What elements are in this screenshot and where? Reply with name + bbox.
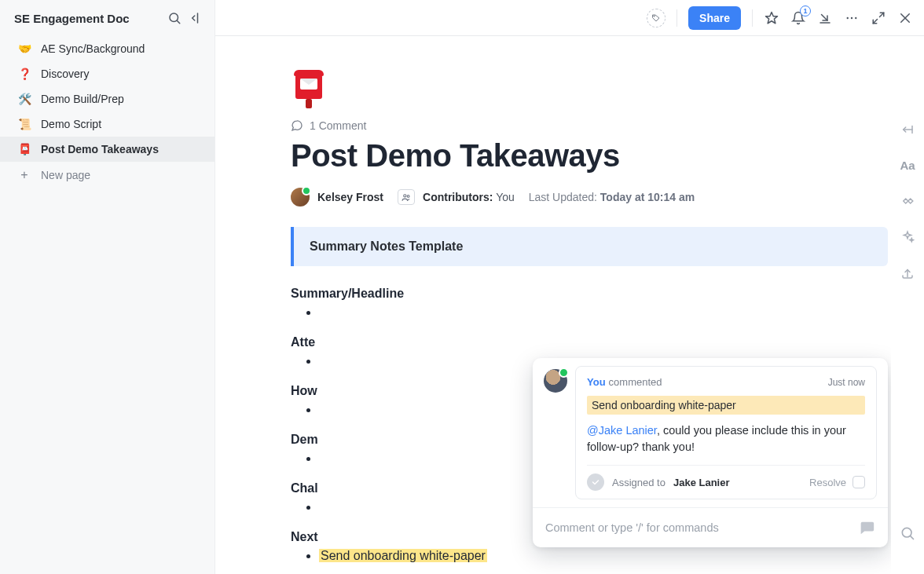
comment-body: @Jake Lanier, could you please include t…	[587, 422, 865, 455]
list-item	[319, 305, 888, 320]
updated-label: Last Updated:	[529, 191, 597, 203]
new-page-label: New page	[41, 169, 90, 181]
comment-count[interactable]: 1 Comment	[291, 119, 888, 132]
send-icon[interactable]	[858, 519, 875, 536]
check-icon	[587, 473, 604, 491]
svg-point-7	[847, 16, 849, 18]
contributors[interactable]: Contributors: You	[398, 189, 515, 205]
postbox-icon: 📮	[17, 143, 31, 155]
page-emoji[interactable]	[291, 68, 328, 112]
divider	[676, 9, 677, 27]
sidebar-item-label: Demo Script	[41, 118, 101, 130]
author-name: Kelsey Frost	[317, 191, 383, 203]
avatar	[291, 188, 310, 207]
last-updated: Last Updated: Today at 10:14 am	[529, 191, 695, 203]
close-icon[interactable]	[897, 10, 913, 26]
sidebar-list: 🤝 AE Sync/Background ❓ Discovery 🛠️ Demo…	[0, 33, 214, 188]
sidebar-new-page[interactable]: + New page	[0, 162, 214, 188]
sidebar-item-label: Post Demo Takeaways	[41, 143, 159, 155]
highlighted-text[interactable]: Send onboarding white-paper	[319, 549, 487, 562]
question-icon: ❓	[17, 68, 31, 80]
comment-header: You commented Just now	[587, 376, 865, 388]
right-rail: Aa	[891, 36, 924, 574]
people-icon	[398, 189, 415, 205]
comment-popover: You commented Just now Send onboarding w…	[533, 358, 888, 547]
resolve-control[interactable]: Resolve	[809, 476, 865, 488]
star-icon[interactable]	[764, 10, 779, 26]
comment-count-label: 1 Comment	[310, 119, 366, 132]
section-heading: Atte	[291, 335, 888, 349]
resolve-checkbox[interactable]	[852, 476, 865, 488]
download-icon[interactable]	[817, 10, 833, 26]
comment-quoted-text: Send onboarding white-paper	[587, 396, 865, 415]
ai-icon[interactable]	[900, 194, 915, 208]
divider	[752, 9, 753, 27]
svg-point-0	[170, 13, 178, 22]
author[interactable]: Kelsey Frost	[291, 188, 383, 207]
share-button[interactable]: Share	[688, 6, 741, 30]
commenter-name: You	[587, 376, 606, 388]
sidebar-item-ae-sync[interactable]: 🤝 AE Sync/Background	[0, 36, 214, 61]
comment-icon	[291, 119, 303, 132]
typography-icon[interactable]: Aa	[900, 159, 915, 172]
bell-icon[interactable]: 1	[790, 10, 806, 26]
svg-point-19	[403, 194, 405, 196]
comment-card: You commented Just now Send onboarding w…	[575, 366, 877, 499]
svg-marker-4	[766, 12, 778, 23]
main: Share 1	[215, 0, 924, 574]
sidebar-item-post-demo[interactable]: 📮 Post Demo Takeaways	[0, 137, 214, 162]
callout-title: Summary Notes Template	[310, 239, 872, 254]
list-item: Send onboarding white-paper	[319, 549, 888, 563]
svg-line-1	[177, 20, 179, 23]
sidebar-item-label: Discovery	[41, 68, 89, 80]
tag-icon[interactable]	[647, 9, 666, 27]
comment-timestamp: Just now	[828, 377, 865, 388]
sidebar-item-demo-build[interactable]: 🛠️ Demo Build/Prep	[0, 86, 214, 112]
handshake-icon: 🤝	[17, 42, 31, 55]
more-icon[interactable]	[844, 10, 860, 26]
comment-footer: Assigned to Jake Lanier Resolve	[587, 465, 865, 491]
svg-point-8	[851, 16, 852, 18]
plus-icon: +	[17, 168, 31, 182]
sidebar: SE Engagement Doc 🤝 AE Sync/Background ❓…	[0, 0, 215, 574]
svg-point-9	[855, 16, 856, 18]
comment-input-row	[533, 507, 888, 547]
resolve-label: Resolve	[809, 477, 846, 488]
postbox-icon	[291, 68, 327, 110]
sidebar-item-demo-script[interactable]: 📜 Demo Script	[0, 112, 214, 137]
upload-icon[interactable]	[900, 266, 915, 280]
sidebar-item-label: Demo Build/Prep	[41, 93, 124, 105]
comment-input[interactable]	[545, 521, 858, 534]
svg-line-18	[911, 536, 914, 539]
callout-block[interactable]: Summary Notes Template	[291, 227, 888, 266]
contributors-label: Contributors:	[423, 191, 493, 203]
collapse-sidebar-icon[interactable]	[189, 11, 204, 25]
doc-workspace-title: SE Engagement Doc	[14, 12, 160, 25]
search-icon[interactable]	[167, 11, 182, 25]
sparkle-icon[interactable]	[900, 230, 915, 244]
tools-icon: 🛠️	[17, 93, 31, 105]
notification-badge: 1	[800, 5, 811, 16]
assigned-to-label: Assigned to	[612, 477, 666, 488]
svg-line-5	[822, 14, 828, 20]
find-icon[interactable]	[900, 525, 915, 541]
sidebar-item-discovery[interactable]: ❓ Discovery	[0, 61, 214, 86]
contributors-value: You	[496, 191, 515, 203]
page-title[interactable]: Post Demo Takeaways	[291, 138, 888, 174]
svg-point-17	[902, 528, 911, 537]
document-area: 1 Comment Post Demo Takeaways Kelsey Fro…	[215, 36, 891, 574]
assignee-name[interactable]: Jake Lanier	[673, 477, 730, 488]
svg-line-11	[873, 19, 877, 23]
expand-icon[interactable]	[871, 10, 886, 26]
commenter-avatar	[544, 369, 567, 393]
sidebar-header: SE Engagement Doc	[0, 0, 214, 33]
outdent-icon[interactable]	[900, 122, 915, 137]
scroll-icon: 📜	[17, 118, 31, 130]
doc-meta-row: Kelsey Frost Contributors: You Last Upda…	[291, 188, 888, 207]
mention[interactable]: @Jake Lanier	[587, 424, 657, 437]
topbar: Share 1	[215, 0, 924, 36]
svg-point-20	[407, 195, 409, 197]
comment-action: commented	[609, 376, 662, 388]
updated-value: Today at 10:14 am	[600, 191, 695, 203]
sidebar-item-label: AE Sync/Background	[41, 42, 145, 55]
